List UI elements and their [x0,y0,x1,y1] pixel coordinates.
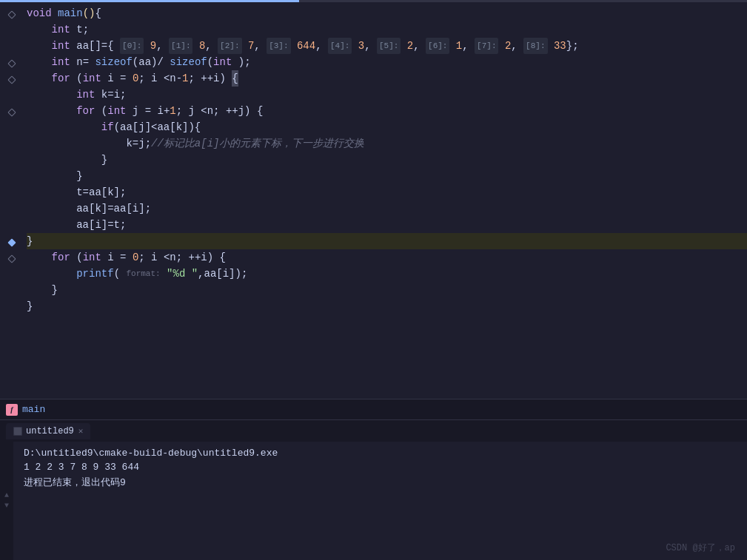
terminal-tab-untitled9[interactable]: untitled9 ✕ [6,423,90,439]
terminal-process: 进程已结束，退出代码9 [24,476,738,489]
gutter-marker-1[interactable] [7,7,17,23]
gutter-marker-10 [7,153,17,169]
code-lines: void main(){ int t; int aa[]={ [0]: 9, [… [24,5,747,399]
code-line-5: for (int i = 0; i <n-1; ++i) { [27,70,747,87]
code-line-8: if(aa[j]<aa[k]){ [27,119,747,135]
gutter-marker-11 [7,169,17,186]
gutter-marker-9 [7,137,17,153]
code-line-16: for (int i = 0; i <n; ++i) { [27,249,747,266]
gutter [0,5,24,399]
gutter-marker-5[interactable] [7,72,17,88]
code-editor: void main(){ int t; int aa[]={ [0]: 9, [… [0,2,747,399]
function-icon: f [6,404,18,416]
gutter-marker-6 [7,88,17,104]
function-name: main [22,404,45,415]
code-line-10: } [27,152,747,168]
code-line-9: k=j;//标记比a[i]小的元素下标，下一步进行交换 [27,135,747,152]
terminal-tab-icon [13,427,22,436]
gutter-marker-7[interactable] [7,104,17,121]
code-line-4: int n= sizeof(aa)/ sizeof(int ); [27,54,747,70]
terminal-tab-label: untitled9 [26,426,74,436]
svg-rect-0 [14,428,21,435]
code-line-2: int t; [27,21,747,38]
code-line-19: } [27,298,747,314]
gutter-marker-3 [7,39,17,55]
gutter-marker-14 [7,218,17,235]
terminal-area: ▲ ▼ D:\untitled9\cmake-build-debug\untit… [0,442,747,560]
nav-arrow-up[interactable]: ▲ [4,492,9,499]
code-container: void main(){ int t; int aa[]={ [0]: 9, [… [0,2,747,399]
gutter-marker-18 [7,283,17,300]
nav-arrows: ▲ ▼ [0,442,13,560]
terminal-watermark: CSDN @好了，ap [666,542,735,554]
gutter-marker-8 [7,121,17,137]
terminal-output: 1 2 2 3 7 8 9 33 644 [24,462,738,473]
code-line-14: aa[i]=t; [27,217,747,233]
code-line-15: } [27,233,747,249]
gutter-marker-15[interactable] [7,235,17,251]
terminal-tab-close[interactable]: ✕ [78,426,84,436]
code-line-17: printf( format: "%d ",aa[i]); [27,266,747,282]
function-main: main [58,5,83,21]
function-bar: f main [0,399,747,419]
gutter-marker-12 [7,186,17,202]
code-line-1: void main(){ [27,5,747,21]
gutter-marker-19 [7,300,17,316]
gutter-marker-2 [7,23,17,39]
code-line-11: } [27,168,747,184]
code-line-12: t=aa[k]; [27,184,747,200]
code-line-7: for (int j = i+1; j <n; ++j) { [27,103,747,119]
keyword-void: void [27,5,52,21]
nav-arrow-down[interactable]: ▼ [4,502,9,510]
code-line-3: int aa[]={ [0]: 9, [1]: 8, [2]: 7, [3]: … [27,38,747,54]
code-line-6: int k=i; [27,87,747,103]
terminal-content: ▲ ▼ D:\untitled9\cmake-build-debug\untit… [0,442,747,560]
gutter-marker-17 [7,267,17,283]
gutter-marker-13 [7,202,17,218]
code-line-13: aa[k]=aa[i]; [27,200,747,217]
terminal-tabs: untitled9 ✕ [0,419,747,442]
gutter-marker-16[interactable] [7,251,17,267]
terminal-path: D:\untitled9\cmake-build-debug\untitled9… [24,448,738,459]
gutter-marker-4[interactable] [7,55,17,72]
code-line-18: } [27,282,747,298]
